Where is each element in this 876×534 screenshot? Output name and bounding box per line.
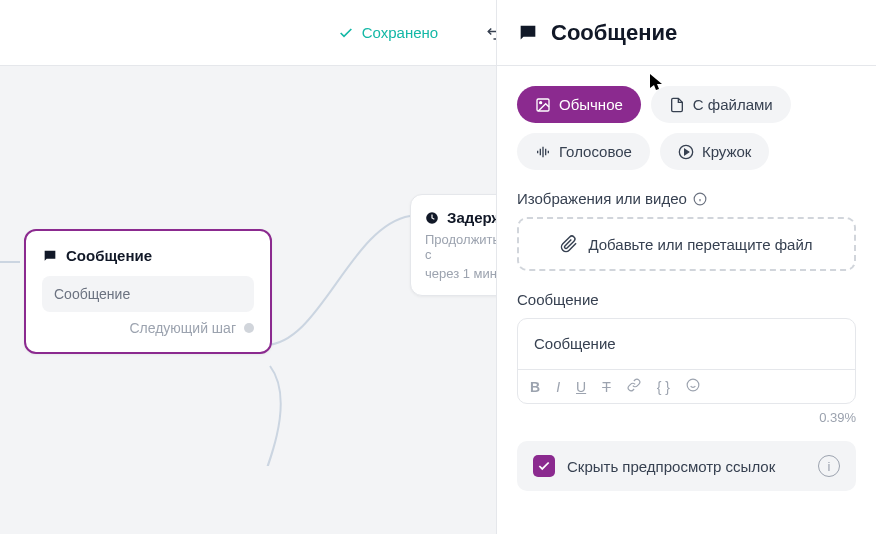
panel-header: Сообщение [497, 0, 876, 66]
node-delay-title: Задерж [425, 209, 496, 226]
pill-circle[interactable]: Кружок [660, 133, 770, 170]
pill-voice[interactable]: Голосовое [517, 133, 650, 170]
info-icon[interactable] [693, 192, 707, 206]
node-delay-line1: Продолжить с [425, 232, 496, 262]
svg-marker-9 [685, 149, 689, 154]
panel-title: Сообщение [551, 20, 677, 46]
svg-point-13 [687, 379, 699, 391]
media-section-label: Изображения или видео [517, 190, 856, 207]
node-delay-line2: через 1 мину [425, 266, 496, 281]
underline-button[interactable]: U [576, 379, 586, 395]
image-icon [535, 97, 551, 113]
clock-icon [425, 211, 439, 225]
cursor-icon [650, 74, 664, 92]
side-panel: Сообщение Обычное С файлами Голосовое Кр… [496, 0, 876, 534]
hide-preview-option[interactable]: Скрыть предпросмотр ссылок i [517, 441, 856, 491]
link-button[interactable] [627, 378, 641, 395]
flow-canvas[interactable]: Сообщение Сообщение Следующий шаг Задерж… [0, 66, 496, 534]
message-textarea[interactable]: Сообщение [518, 319, 855, 369]
saved-indicator: Сохранено [338, 24, 438, 41]
file-dropzone[interactable]: Добавьте или перетащите файл [517, 217, 856, 271]
connector-dot-icon[interactable] [244, 323, 254, 333]
play-circle-icon [678, 144, 694, 160]
message-icon [42, 248, 58, 264]
message-type-pills: Обычное С файлами Голосовое Кружок [517, 86, 856, 170]
variable-button[interactable]: { } [657, 379, 670, 395]
hide-preview-label: Скрыть предпросмотр ссылок [567, 458, 806, 475]
node-message-title: Сообщение [42, 247, 254, 264]
node-message-body: Сообщение [42, 276, 254, 312]
node-delay[interactable]: Задерж Продолжить с через 1 мину [410, 194, 496, 296]
saved-label: Сохранено [362, 24, 438, 41]
editor-toolbar: B I U T { } [518, 369, 855, 403]
hide-preview-checkbox[interactable] [533, 455, 555, 477]
emoji-button[interactable] [686, 378, 700, 395]
italic-button[interactable]: I [556, 379, 560, 395]
audio-icon [535, 144, 551, 160]
info-icon[interactable]: i [818, 455, 840, 477]
node-message[interactable]: Сообщение Сообщение Следующий шаг [24, 229, 272, 354]
message-icon [517, 22, 539, 44]
bold-button[interactable]: B [530, 379, 540, 395]
paperclip-icon [560, 235, 578, 253]
check-icon [537, 459, 551, 473]
svg-point-2 [540, 101, 542, 103]
pill-normal[interactable]: Обычное [517, 86, 641, 123]
check-icon [338, 25, 354, 41]
char-percent: 0.39% [517, 410, 856, 425]
node-next-step[interactable]: Следующий шаг [42, 320, 254, 336]
file-icon [669, 97, 685, 113]
message-section-label: Сообщение [517, 291, 856, 308]
strike-button[interactable]: T [602, 379, 611, 395]
message-editor: Сообщение B I U T { } [517, 318, 856, 404]
panel-body: Обычное С файлами Голосовое Кружок Изобр… [497, 66, 876, 534]
pill-files[interactable]: С файлами [651, 86, 791, 123]
